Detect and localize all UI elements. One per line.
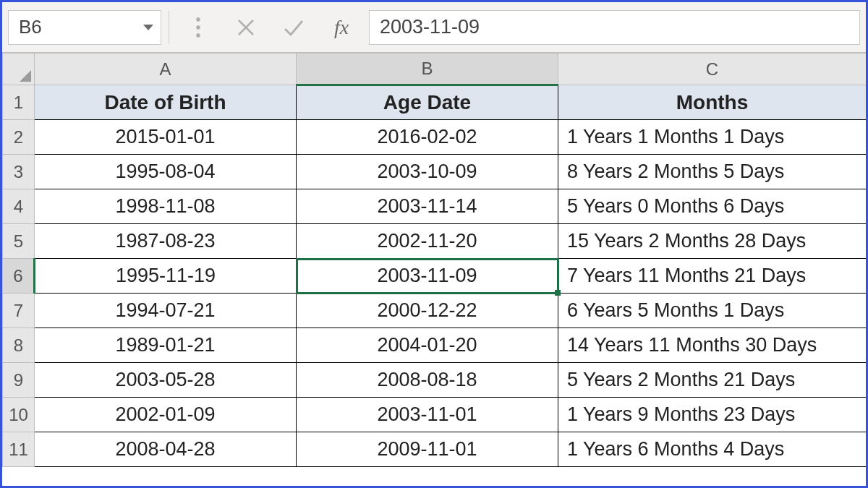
row-header[interactable]: 4 [3,189,35,224]
select-all-button[interactable] [3,53,35,85]
table-row: 6 1995-11-19 2003-11-09 7 Years 11 Month… [3,259,867,294]
chevron-down-icon[interactable] [143,25,153,30]
cell-B6[interactable]: 2003-11-09 [297,259,558,294]
formula-input[interactable]: 2003-11-09 [369,10,860,45]
cell-A11[interactable]: 2008-04-28 [35,432,297,467]
cell-A9[interactable]: 2003-05-28 [35,363,297,398]
cell-A7[interactable]: 1994-07-21 [35,294,297,328]
svg-point-0 [197,17,200,21]
formula-bar: B6 fx 2003-11-09 [2,2,866,53]
cell-A1[interactable]: Date of Birth [35,85,297,120]
table-row: 11 2008-04-28 2009-11-01 1 Years 6 Month… [3,432,867,467]
row-header[interactable]: 8 [3,328,35,363]
cell-B4[interactable]: 2003-11-14 [297,189,558,224]
formula-value: 2003-11-09 [380,16,480,38]
formula-buttons: fx [176,10,363,45]
enter-icon[interactable] [279,13,308,42]
cell-A5[interactable]: 1987-08-23 [35,224,297,259]
cell-C1[interactable]: Months [558,85,867,120]
cancel-icon[interactable] [231,13,260,42]
row-header[interactable]: 6 [3,259,35,294]
svg-point-1 [197,25,200,29]
row-header[interactable]: 1 [3,85,35,120]
row-header[interactable]: 3 [3,155,35,189]
col-header-A[interactable]: A [35,53,297,85]
table-header-row: 1 Date of Birth Age Date Months [3,85,867,120]
table-row: 10 2002-01-09 2003-11-01 1 Years 9 Month… [3,398,867,432]
cell-A3[interactable]: 1995-08-04 [35,155,297,189]
cell-B3[interactable]: 2003-10-09 [297,155,558,189]
cell-B5[interactable]: 2002-11-20 [297,224,558,259]
cell-A8[interactable]: 1989-01-21 [35,328,297,363]
table-row: 4 1998-11-08 2003-11-14 5 Years 0 Months… [3,189,867,224]
cell-A2[interactable]: 2015-01-01 [35,120,297,155]
row-header[interactable]: 7 [3,294,35,328]
cell-C5[interactable]: 15 Years 2 Months 28 Days [558,224,867,259]
cell-C6[interactable]: 7 Years 11 Months 21 Days [558,259,867,294]
cell-B8[interactable]: 2004-01-20 [297,328,558,363]
fx-label: fx [334,16,349,39]
name-box-value: B6 [19,16,42,38]
table-row: 3 1995-08-04 2003-10-09 8 Years 2 Months… [3,155,867,189]
cell-B11[interactable]: 2009-11-01 [297,432,558,467]
row-header[interactable]: 9 [3,363,35,398]
row-header[interactable]: 11 [3,432,35,467]
cell-C2[interactable]: 1 Years 1 Months 1 Days [558,120,867,155]
cell-C4[interactable]: 5 Years 0 Months 6 Days [558,189,867,224]
cell-B1[interactable]: Age Date [297,85,558,120]
table-row: 2 2015-01-01 2016-02-02 1 Years 1 Months… [3,120,867,155]
cell-A10[interactable]: 2002-01-09 [35,398,297,432]
cell-C7[interactable]: 6 Years 5 Months 1 Days [558,294,867,328]
cell-C9[interactable]: 5 Years 2 Months 21 Days [558,363,867,398]
insert-function-button[interactable]: fx [327,13,356,42]
cell-A4[interactable]: 1998-11-08 [35,189,297,224]
table-row: 8 1989-01-21 2004-01-20 14 Years 11 Mont… [3,328,867,363]
cell-C8[interactable]: 14 Years 11 Months 30 Days [558,328,867,363]
cell-C3[interactable]: 8 Years 2 Months 5 Days [558,155,867,189]
cell-C11[interactable]: 1 Years 6 Months 4 Days [558,432,867,467]
row-header[interactable]: 5 [3,224,35,259]
app-window: B6 fx 2003-11-09 [0,0,868,488]
cell-B7[interactable]: 2000-12-22 [297,294,558,328]
row-header[interactable]: 2 [3,120,35,155]
table-row: 7 1994-07-21 2000-12-22 6 Years 5 Months… [3,294,867,328]
more-icon[interactable] [184,13,213,42]
row-header[interactable]: 10 [3,398,35,432]
cell-B10[interactable]: 2003-11-01 [297,398,558,432]
svg-point-2 [197,33,200,37]
spreadsheet-grid[interactable]: A B C 1 Date of Birth Age Date Months 2 … [2,53,866,486]
cell-A6[interactable]: 1995-11-19 [35,259,297,294]
table-row: 5 1987-08-23 2002-11-20 15 Years 2 Month… [3,224,867,259]
cell-C10[interactable]: 1 Years 9 Months 23 Days [558,398,867,432]
divider [169,11,169,44]
column-header-row: A B C [3,53,867,85]
col-header-C[interactable]: C [558,53,867,85]
cell-B2[interactable]: 2016-02-02 [297,120,558,155]
col-header-B[interactable]: B [297,53,558,85]
cell-B9[interactable]: 2008-08-18 [297,363,558,398]
name-box[interactable]: B6 [8,10,161,45]
table-row: 9 2003-05-28 2008-08-18 5 Years 2 Months… [3,363,867,398]
